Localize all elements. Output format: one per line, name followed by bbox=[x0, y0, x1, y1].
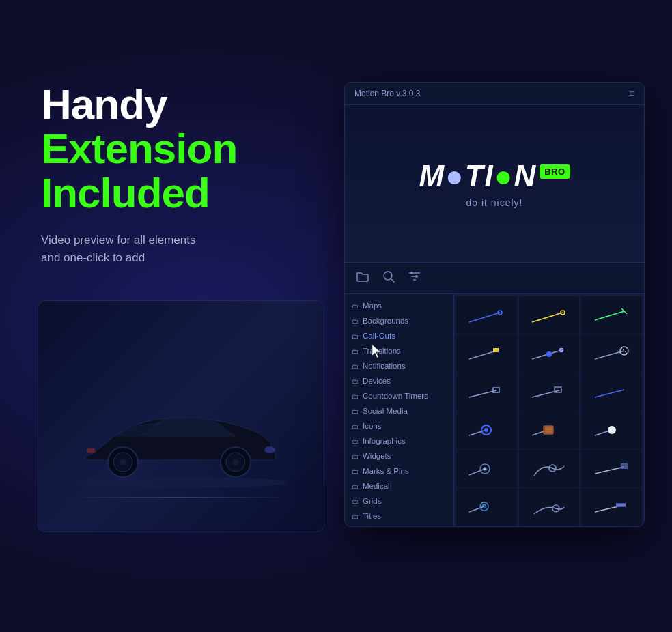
sidebar-item-socialmedia[interactable]: 🗀 Social Media bbox=[345, 403, 453, 418]
motion-logo: M●TI●N BRO bbox=[419, 159, 570, 193]
grid-cell-10[interactable] bbox=[456, 411, 517, 448]
folder-icon: 🗀 bbox=[352, 453, 359, 460]
bro-badge: BRO bbox=[540, 164, 570, 179]
folder-icon: 🗀 bbox=[352, 468, 359, 475]
main-title: Handy Extension Included bbox=[41, 82, 237, 215]
title-line2: Extension bbox=[41, 125, 237, 172]
title-line3: Included bbox=[41, 169, 210, 216]
folder-icon: 🗀 bbox=[352, 513, 359, 520]
app-title: Motion Bro v.3.0.3 bbox=[354, 89, 421, 98]
svg-point-7 bbox=[264, 446, 275, 453]
grid-cell-13[interactable] bbox=[456, 450, 517, 487]
svg-point-46 bbox=[484, 467, 487, 470]
svg-rect-49 bbox=[621, 463, 628, 469]
menu-icon[interactable]: ≡ bbox=[629, 88, 634, 99]
svg-line-29 bbox=[621, 348, 627, 354]
folder-icon: 🗀 bbox=[352, 332, 359, 340]
grid-cell-17[interactable] bbox=[519, 488, 580, 526]
car-inner bbox=[38, 301, 324, 532]
extension-panel: Motion Bro v.3.0.3 ≡ M●TI●N BRO do it ni… bbox=[344, 82, 645, 527]
search-tool-icon[interactable] bbox=[382, 270, 395, 287]
sidebar-item-medical[interactable]: 🗀 Medical bbox=[345, 478, 453, 493]
folder-tool-icon[interactable] bbox=[356, 270, 369, 286]
svg-line-50 bbox=[469, 506, 484, 512]
svg-point-15 bbox=[415, 275, 418, 278]
svg-rect-23 bbox=[493, 348, 499, 352]
grid-cell-9[interactable] bbox=[581, 373, 642, 410]
svg-rect-41 bbox=[545, 427, 552, 433]
grid-cell-18[interactable] bbox=[581, 488, 642, 526]
sidebar-item-backgrounds[interactable]: 🗀 Backgrounds bbox=[345, 313, 453, 328]
title-line1: Handy bbox=[41, 81, 167, 128]
sidebar-item-icons[interactable]: 🗀 Icons bbox=[345, 418, 453, 433]
svg-point-26 bbox=[559, 348, 563, 352]
sidebar-item-infographics[interactable]: 🗀 Infographics bbox=[345, 433, 453, 448]
svg-point-6 bbox=[232, 459, 239, 465]
grid-cell-15[interactable] bbox=[581, 450, 642, 487]
folder-icon: 🗀 bbox=[352, 437, 359, 445]
svg-point-38 bbox=[484, 428, 488, 432]
sidebar-item-widgets[interactable]: 🗀 Widgets bbox=[345, 448, 453, 463]
sidebar-item-countdown[interactable]: 🗀 Countdown Timers bbox=[345, 388, 453, 403]
sidebar-item-grids[interactable]: 🗀 Grids bbox=[345, 493, 453, 508]
sidebar-item-maps[interactable]: 🗀 Maps bbox=[345, 298, 453, 313]
svg-point-0 bbox=[75, 477, 287, 488]
tagline: do it nicely! bbox=[466, 197, 522, 208]
svg-line-48 bbox=[595, 467, 624, 474]
ext-toolbar bbox=[345, 262, 644, 294]
svg-line-44 bbox=[469, 469, 485, 475]
grid-cell-7[interactable] bbox=[456, 373, 517, 410]
folder-icon: 🗀 bbox=[352, 302, 359, 310]
left-section: Handy Extension Included Video preview f… bbox=[41, 82, 237, 266]
sidebar-item-callouts[interactable]: 🗀 Call-Outs bbox=[345, 328, 453, 343]
grid-cell-1[interactable] bbox=[456, 296, 517, 334]
ext-grid bbox=[454, 294, 644, 526]
logo-area: M●TI●N BRO do it nicely! bbox=[345, 105, 644, 262]
grid-cell-8[interactable] bbox=[519, 373, 580, 410]
grid-cell-12[interactable] bbox=[581, 411, 642, 448]
folder-icon: 🗀 bbox=[352, 362, 359, 370]
folder-icon: 🗀 bbox=[352, 377, 359, 385]
svg-line-32 bbox=[532, 390, 559, 397]
grid-cell-14[interactable] bbox=[519, 450, 580, 487]
svg-point-25 bbox=[546, 351, 552, 357]
car-image bbox=[72, 382, 290, 491]
svg-line-35 bbox=[595, 390, 624, 397]
car-panel bbox=[38, 300, 324, 532]
road-line bbox=[67, 497, 295, 498]
sidebar-item-transitions[interactable]: 🗀 Transitions bbox=[345, 343, 453, 358]
folder-icon: 🗀 bbox=[352, 498, 359, 505]
sidebar-item-shape[interactable]: 🗀 Shape Elements bbox=[345, 523, 453, 526]
svg-line-16 bbox=[469, 313, 500, 322]
sidebar-item-titles[interactable]: 🗀 Titles bbox=[345, 508, 453, 523]
ext-sidebar: 🗀 Maps 🗀 Backgrounds 🗀 Call-Outs 🗀 Trans… bbox=[345, 294, 454, 526]
titlebar: Motion Bro v.3.0.3 ≡ bbox=[345, 83, 644, 105]
filter-tool-icon[interactable] bbox=[408, 270, 421, 286]
grid-cell-6[interactable] bbox=[581, 334, 642, 372]
grid-cell-4[interactable] bbox=[456, 334, 517, 372]
svg-point-14 bbox=[410, 272, 413, 274]
grid-cell-5[interactable] bbox=[519, 334, 580, 372]
grid-cell-2[interactable] bbox=[519, 296, 580, 334]
folder-icon: 🗀 bbox=[352, 317, 359, 325]
svg-line-24 bbox=[532, 351, 559, 359]
svg-line-21 bbox=[621, 308, 627, 314]
svg-point-43 bbox=[608, 426, 616, 434]
grid-cell-3[interactable] bbox=[581, 296, 642, 334]
svg-rect-8 bbox=[87, 448, 95, 453]
svg-line-22 bbox=[469, 351, 496, 359]
folder-icon: 🗀 bbox=[352, 483, 359, 490]
svg-line-20 bbox=[595, 311, 624, 320]
grid-cell-11[interactable] bbox=[519, 411, 580, 448]
folder-icon: 🗀 bbox=[352, 392, 359, 400]
svg-point-3 bbox=[120, 459, 126, 465]
svg-line-18 bbox=[532, 313, 563, 322]
grid-cell-16[interactable] bbox=[456, 488, 517, 526]
folder-icon: 🗀 bbox=[352, 422, 359, 430]
svg-line-10 bbox=[391, 279, 394, 282]
folder-icon: 🗀 bbox=[352, 347, 359, 355]
sidebar-item-devices[interactable]: 🗀 Devices bbox=[345, 373, 453, 388]
ext-content: 🗀 Maps 🗀 Backgrounds 🗀 Call-Outs 🗀 Trans… bbox=[345, 294, 644, 526]
sidebar-item-notifications[interactable]: 🗀 Notifications bbox=[345, 358, 453, 373]
sidebar-item-marks[interactable]: 🗀 Marks & Pins bbox=[345, 463, 453, 478]
